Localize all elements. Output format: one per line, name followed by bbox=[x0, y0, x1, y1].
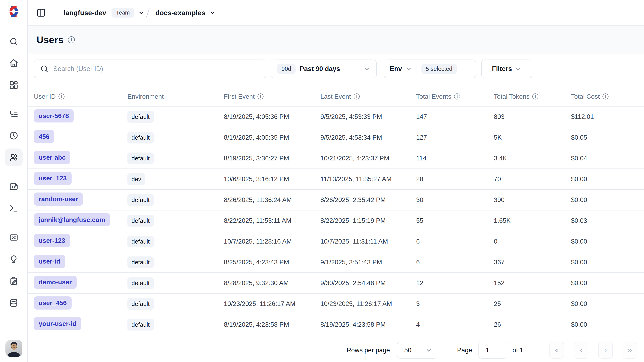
date-range-label: Past 90 days bbox=[300, 65, 340, 73]
last-event-cell: 9/30/2025, 2:54:48 PM bbox=[320, 279, 416, 287]
sidebar-item-home[interactable] bbox=[5, 54, 22, 72]
total-tokens-cell: 70 bbox=[494, 175, 571, 183]
user-id-badge[interactable]: 456 bbox=[34, 130, 54, 143]
first-event-cell: 8/19/2025, 4:05:36 PM bbox=[224, 113, 320, 121]
total-tokens-cell: 367 bbox=[494, 258, 571, 266]
breadcrumb-org-name[interactable]: langfuse-dev bbox=[64, 9, 106, 17]
info-icon[interactable]: i bbox=[258, 93, 264, 100]
environment-filter-button[interactable]: Env 5 selected bbox=[384, 60, 476, 78]
breadcrumb-separator bbox=[146, 8, 150, 17]
first-event-cell: 10/6/2025, 3:16:12 PM bbox=[224, 175, 320, 183]
column-header[interactable]: Total Events i bbox=[416, 93, 494, 100]
table-row[interactable]: 456 default 8/19/2025, 4:05:35 PM 9/5/20… bbox=[28, 127, 644, 148]
total-cost-cell: $0.00 bbox=[571, 196, 637, 204]
table-row[interactable]: demo-user default 8/28/2025, 9:32:30 AM … bbox=[28, 272, 644, 293]
user-id-badge[interactable]: your-user-id bbox=[34, 317, 81, 330]
column-header[interactable]: First Event i bbox=[224, 93, 320, 100]
info-icon[interactable]: i bbox=[454, 93, 460, 100]
user-id-badge[interactable]: user-123 bbox=[34, 234, 70, 247]
rows-per-page-select[interactable]: 50 bbox=[397, 342, 437, 358]
last-event-cell: 8/22/2025, 1:15:19 PM bbox=[320, 217, 416, 224]
first-event-cell: 8/26/2025, 11:36:24 AM bbox=[224, 196, 320, 204]
total-tokens-cell: 3.4K bbox=[494, 155, 571, 162]
last-event-cell: 9/5/2025, 4:53:33 PM bbox=[320, 113, 416, 121]
sidebar-item-sessions[interactable] bbox=[5, 127, 22, 145]
sidebar-item-annotation[interactable] bbox=[5, 272, 22, 290]
filters-button[interactable]: Filters bbox=[481, 60, 532, 78]
breadcrumb-project-name[interactable]: docs-examples bbox=[156, 9, 206, 17]
table-row[interactable]: jannik@langfuse.com default 8/22/2025, 1… bbox=[28, 210, 644, 231]
table-row[interactable]: user-123 default 10/7/2025, 11:28:16 AM … bbox=[28, 231, 644, 252]
user-search-input[interactable] bbox=[53, 65, 260, 73]
sidebar-item-search[interactable] bbox=[5, 33, 22, 51]
table-row[interactable]: user_456 default 10/23/2025, 11:26:17 AM… bbox=[28, 293, 644, 314]
last-event-cell: 10/7/2025, 11:31:11 AM bbox=[320, 238, 416, 245]
info-icon[interactable]: i bbox=[602, 93, 608, 100]
sidebar-item-playground[interactable] bbox=[5, 200, 22, 217]
environment-badge: default bbox=[128, 256, 154, 268]
environment-badge: dev bbox=[128, 173, 145, 185]
users-icon bbox=[9, 153, 18, 162]
first-page-button[interactable]: « bbox=[550, 342, 564, 358]
table-row[interactable]: user-5678 default 8/19/2025, 4:05:36 PM … bbox=[28, 106, 644, 127]
environment-badge: default bbox=[128, 111, 154, 123]
page-info-icon[interactable]: i bbox=[68, 36, 75, 43]
user-id-badge[interactable]: user-id bbox=[34, 255, 65, 268]
users-table: User ID i Environment First Event i Last… bbox=[28, 87, 644, 335]
chevron-down-icon bbox=[425, 347, 432, 353]
sidebar-toggle-button[interactable] bbox=[36, 8, 46, 18]
total-events-cell: 6 bbox=[416, 238, 494, 245]
user-id-badge[interactable]: user-5678 bbox=[34, 109, 74, 123]
page-label: Page bbox=[457, 346, 472, 354]
total-cost-cell: $0.05 bbox=[571, 134, 637, 141]
first-event-cell: 8/19/2025, 4:23:58 PM bbox=[224, 321, 320, 328]
total-events-cell: 28 bbox=[416, 175, 494, 183]
table-row[interactable]: user_123 dev 10/6/2025, 3:16:12 PM 11/13… bbox=[28, 168, 644, 189]
user-avatar[interactable] bbox=[6, 340, 22, 357]
table-row[interactable]: user-id default 8/25/2025, 4:23:43 PM 9/… bbox=[28, 252, 644, 272]
last-page-button[interactable]: » bbox=[623, 342, 637, 358]
project-switcher-button[interactable] bbox=[209, 9, 216, 16]
sidebar-item-insights[interactable] bbox=[5, 250, 22, 268]
total-events-cell: 4 bbox=[416, 321, 494, 328]
sidebar-item-datasets[interactable] bbox=[5, 294, 22, 312]
column-header[interactable]: User ID i bbox=[34, 93, 128, 100]
environment-badge: default bbox=[128, 153, 154, 164]
panel-left-icon bbox=[36, 8, 46, 17]
sidebar-item-users[interactable] bbox=[5, 149, 22, 166]
user-id-badge[interactable]: jannik@langfuse.com bbox=[34, 213, 110, 226]
user-id-badge[interactable]: random-user bbox=[34, 192, 83, 206]
date-range-button[interactable]: 90d Past 90 days bbox=[270, 60, 377, 78]
next-page-button[interactable]: › bbox=[598, 342, 613, 358]
home-icon bbox=[9, 58, 18, 68]
org-switcher-button[interactable] bbox=[138, 9, 145, 16]
filter-bar: 90d Past 90 days Env 5 selected Filters bbox=[34, 60, 532, 78]
user-id-badge[interactable]: user-abc bbox=[34, 151, 70, 164]
sidebar-item-prompts[interactable] bbox=[5, 178, 22, 196]
info-icon[interactable]: i bbox=[354, 93, 360, 100]
user-id-badge[interactable]: user_456 bbox=[34, 296, 72, 309]
page-number-input[interactable] bbox=[478, 342, 507, 358]
sidebar-item-tracing[interactable] bbox=[5, 105, 22, 123]
column-header[interactable]: Total Tokens i bbox=[494, 93, 571, 100]
column-header[interactable]: Total Cost i bbox=[571, 93, 637, 100]
table-row[interactable]: your-user-id default 8/19/2025, 4:23:58 … bbox=[28, 314, 644, 335]
total-cost-cell: $0.00 bbox=[571, 300, 637, 307]
previous-page-button[interactable]: ‹ bbox=[574, 342, 588, 358]
column-header[interactable]: Environment bbox=[128, 93, 224, 100]
last-event-cell: 11/13/2025, 11:35:27 AM bbox=[320, 175, 416, 183]
database-icon bbox=[9, 298, 18, 307]
sidebar-item-dashboards[interactable] bbox=[5, 76, 22, 94]
table-row[interactable]: random-user default 8/26/2025, 11:36:24 … bbox=[28, 189, 644, 210]
column-header[interactable]: Last Event i bbox=[320, 93, 416, 100]
total-cost-cell: $0.00 bbox=[571, 238, 637, 245]
info-icon[interactable]: i bbox=[532, 93, 538, 100]
info-icon[interactable]: i bbox=[58, 93, 64, 100]
user-id-badge[interactable]: user_123 bbox=[34, 172, 72, 185]
top-bar: langfuse-dev Team docs-examples bbox=[28, 0, 644, 26]
sidebar-item-evaluation[interactable] bbox=[5, 229, 22, 246]
total-tokens-cell: 390 bbox=[494, 196, 571, 204]
user-id-badge[interactable]: demo-user bbox=[34, 276, 76, 289]
table-row[interactable]: user-abc default 8/19/2025, 3:36:27 PM 1… bbox=[28, 148, 644, 168]
environment-badge: default bbox=[128, 194, 154, 206]
